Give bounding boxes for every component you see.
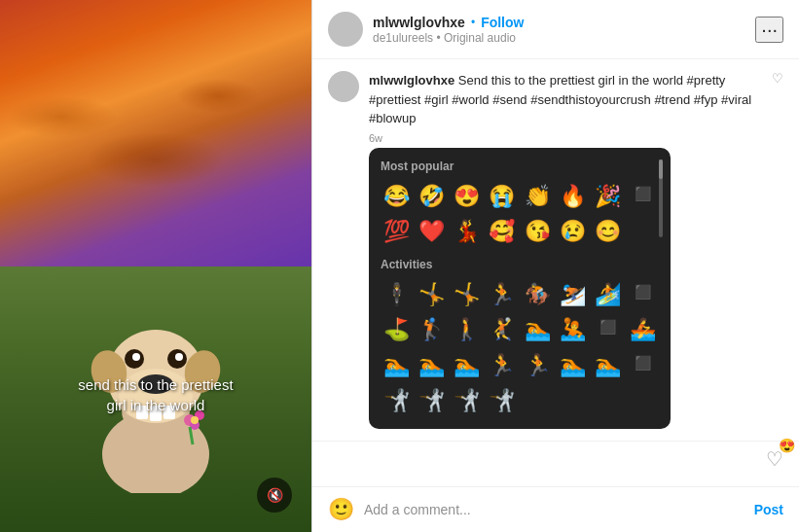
video-clouds [0, 53, 311, 266]
emoji-item[interactable]: 🤺 [452, 385, 483, 417]
emoji-item[interactable]: 🏌️ [416, 314, 447, 346]
emoji-picker: Most popular 😂 🤣 😍 😭 👏 🔥 🎉 ⬛ 💯 ❤️ 💃 🥰 😘 … [369, 148, 671, 430]
emoji-item[interactable]: 🤣 [416, 181, 447, 213]
emoji-item[interactable]: 🏊 [416, 350, 447, 382]
emoji-item[interactable]: ⬛ [593, 316, 624, 346]
emoji-item[interactable]: 🎉 [593, 181, 624, 213]
emoji-item[interactable]: 😘 [522, 216, 553, 248]
video-overlay-text: send this to the prettiest girl in the w… [29, 374, 282, 415]
comment-input-bar: 🙂 Post [312, 486, 799, 532]
emoji-item[interactable]: 🏃 [487, 350, 518, 382]
emoji-badge: 😍 [779, 438, 795, 453]
header-info: mlwwlglovhxe • Follow de1ulureels • Orig… [373, 15, 755, 45]
emoji-item[interactable]: 🕴️ [381, 279, 412, 311]
emoji-item[interactable]: 🔥 [557, 181, 588, 213]
emoji-item[interactable]: 🤾 [487, 314, 518, 346]
emoji-item[interactable]: 🏄 [593, 279, 624, 311]
emoji-item[interactable]: 🏊 [452, 350, 483, 382]
emoji-activities-grid: 🕴️ 🤸 🤸 🏃 🏇 ⛷️ 🏄 ⬛ ⛳ 🏌️ 🚶 🤾 🏊 🤽 ⬛ 🚣 🏊 🏊 🏊 [381, 279, 659, 417]
emoji-item[interactable]: 👏 [522, 181, 553, 213]
emoji-item[interactable]: 😂 [381, 181, 412, 213]
emoji-item[interactable]: ⬛ [628, 183, 659, 213]
svg-point-19 [191, 416, 199, 424]
emoji-item[interactable]: 💯 [381, 216, 412, 248]
emoji-item[interactable]: ⛷️ [557, 279, 588, 311]
emoji-section-activities-title: Activities [381, 258, 659, 271]
emoji-item[interactable]: 😊 [593, 216, 624, 248]
video-panel: send this to the prettiest girl in the w… [0, 0, 311, 532]
comment-username: mlwwlglovhxe [369, 73, 454, 88]
emoji-item[interactable]: 🚶 [452, 314, 483, 346]
svg-point-10 [175, 353, 183, 361]
emoji-item[interactable]: 🏃 [522, 350, 553, 382]
emoji-item[interactable]: 🏇 [522, 279, 553, 311]
scroll-thumb [659, 160, 663, 179]
emoji-item[interactable]: 🤺 [381, 385, 412, 417]
comment-area: mlwwlglovhxe Send this to the prettiest … [312, 59, 799, 442]
mute-button[interactable]: 🔇 [257, 478, 292, 513]
emoji-item[interactable]: 🥰 [487, 216, 518, 248]
svg-point-9 [132, 353, 140, 361]
emoji-item[interactable]: 🤺 [487, 385, 518, 417]
emoji-item[interactable]: ❤️ [416, 216, 447, 248]
emoji-item[interactable]: 🚣 [628, 314, 659, 346]
emoji-item[interactable]: ⬛ [628, 352, 659, 382]
emoji-section-popular-title: Most popular [381, 160, 659, 173]
emoji-item[interactable]: 🤺 [416, 385, 447, 417]
emoji-item[interactable]: 🏊 [557, 350, 588, 382]
emoji-item[interactable]: 🏊 [381, 350, 412, 382]
post-header: mlwwlglovhxe • Follow de1ulureels • Orig… [312, 0, 799, 59]
emoji-item[interactable]: 💃 [452, 216, 483, 248]
emoji-picker-trigger[interactable]: 🙂 [328, 497, 354, 522]
avatar [328, 12, 363, 47]
follow-button[interactable]: Follow [481, 15, 524, 30]
header-sub-info: de1ulureels • Original audio [373, 31, 755, 45]
comment-text: mlwwlglovhxe Send this to the prettiest … [369, 71, 762, 128]
scroll-indicator [659, 160, 663, 237]
header-dot: • [471, 16, 475, 29]
header-username: mlwwlglovhxe [373, 15, 465, 30]
emoji-item[interactable]: ⛳ [381, 314, 412, 346]
commenter-avatar [328, 71, 359, 102]
emoji-item[interactable]: 😍 [452, 181, 483, 213]
right-panel: mlwwlglovhxe • Follow de1ulureels • Orig… [311, 0, 799, 532]
more-options-button[interactable]: ··· [755, 17, 783, 43]
emoji-item[interactable]: 😢 [557, 216, 588, 248]
emoji-item[interactable]: 🤽 [557, 314, 588, 346]
emoji-item[interactable]: 🤸 [452, 279, 483, 311]
emoji-item[interactable]: 🤸 [416, 279, 447, 311]
emoji-item[interactable]: ⬛ [628, 281, 659, 311]
emoji-item[interactable]: 🏊 [522, 314, 553, 346]
comment-body: mlwwlglovhxe Send this to the prettiest … [369, 71, 762, 144]
comment-row: mlwwlglovhxe Send this to the prettiest … [328, 71, 783, 144]
emoji-popular-grid: 😂 🤣 😍 😭 👏 🔥 🎉 ⬛ 💯 ❤️ 💃 🥰 😘 😢 😊 [381, 181, 659, 248]
post-comment-button[interactable]: Post [754, 502, 783, 517]
emoji-item[interactable]: 🏃 [487, 279, 518, 311]
comment-time: 6w [369, 132, 762, 144]
emoji-item[interactable]: 😭 [487, 181, 518, 213]
right-actions-area: ♡ ♡ 🔖 😍 [312, 442, 799, 486]
comment-input[interactable] [364, 502, 745, 517]
comment-heart-icon[interactable]: ♡ [772, 71, 783, 144]
emoji-item[interactable]: 🏊 [593, 350, 624, 382]
